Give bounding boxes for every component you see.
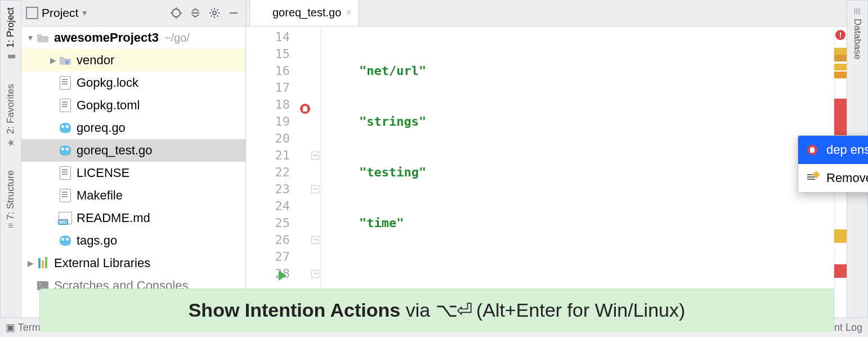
- error-bulb-icon: [806, 145, 818, 155]
- svg-line-13: [211, 16, 212, 17]
- file-icon: [59, 166, 72, 180]
- project-icon: [26, 7, 38, 19]
- stripe-mark[interactable]: [834, 112, 847, 119]
- star-icon: ★: [5, 138, 16, 149]
- stripe-mark[interactable]: [834, 48, 847, 55]
- folder-icon: [36, 31, 50, 45]
- svg-line-14: [217, 10, 218, 11]
- tree-item-tags[interactable]: tags.go: [21, 229, 245, 252]
- stripe-mark[interactable]: [834, 271, 847, 278]
- project-pane: Project ▼ ▼ awesomeProject3 ~/go/ ▶ V ve…: [21, 0, 246, 337]
- stripe-mark[interactable]: [834, 236, 847, 243]
- editor: goreq_test.go × 1415161718192021−2223−24…: [246, 0, 847, 337]
- intention-popup: dep ensure ▶ Remove dot import alias ▶: [798, 135, 868, 193]
- tree-item-goreq[interactable]: goreq.go: [21, 117, 245, 139]
- project-pane-header: Project ▼: [21, 0, 245, 26]
- stripe-mark[interactable]: [834, 126, 847, 132]
- libraries-icon: [36, 256, 50, 270]
- stripe-mark[interactable]: [834, 119, 847, 126]
- tree-item-readme[interactable]: README.md: [21, 207, 245, 229]
- collapse-icon[interactable]: [187, 5, 204, 21]
- svg-point-6: [213, 11, 216, 15]
- intention-item-label: Remove dot import alias: [826, 171, 868, 185]
- tree-item-gopkg-lock[interactable]: Gopkg.lock: [21, 72, 245, 94]
- tree-item-makefile[interactable]: Makefile: [21, 184, 245, 207]
- tree-root-hint: ~/go/: [164, 32, 190, 45]
- project-view-label: Project: [42, 6, 78, 20]
- tree-item-gopkg-toml[interactable]: Gopkg.toml: [21, 94, 245, 117]
- structure-icon: ≡: [8, 220, 14, 231]
- stripe-mark[interactable]: [834, 105, 847, 112]
- tree-item-license[interactable]: LICENSE: [21, 162, 245, 184]
- stripe-mark[interactable]: [834, 72, 847, 78]
- toolwindow-favorites[interactable]: ★2: Favorites: [5, 84, 16, 149]
- minimize-icon[interactable]: [225, 5, 242, 21]
- left-tool-strip: ▮1: Project ★2: Favorites ≡7: Structure: [0, 0, 21, 337]
- tree-item-goreq-test[interactable]: goreq_test.go: [21, 139, 245, 162]
- toolwindow-database[interactable]: ≣Database: [852, 7, 863, 60]
- go-file-icon: [59, 121, 72, 135]
- chevron-down-icon: ▼: [80, 8, 88, 17]
- disclosure-closed-icon[interactable]: ▶: [25, 259, 36, 268]
- banner-key-mac: ⌥⏎: [436, 299, 471, 321]
- stripe-mark[interactable]: [834, 64, 847, 70]
- file-icon: [59, 99, 72, 112]
- editor-tab-goreq-test[interactable]: goreq_test.go ×: [249, 0, 359, 26]
- toolwindow-structure[interactable]: ≡7: Structure: [5, 170, 16, 229]
- tree-item-label: vendor: [77, 53, 114, 68]
- file-icon: [59, 76, 72, 90]
- error-summary-icon[interactable]: !: [835, 30, 845, 40]
- close-tab-icon[interactable]: ×: [346, 7, 352, 19]
- svg-line-12: [217, 16, 218, 17]
- svg-point-0: [172, 9, 180, 17]
- toolwindow-project[interactable]: ▮1: Project: [5, 7, 16, 63]
- gear-icon[interactable]: [206, 5, 223, 21]
- svg-text:V: V: [65, 59, 69, 65]
- stripe-mark[interactable]: [834, 55, 847, 61]
- project-view-selector[interactable]: Project ▼: [26, 6, 88, 20]
- go-test-file-icon: [59, 144, 72, 157]
- editor-tabs: goreq_test.go ×: [246, 0, 847, 26]
- stripe-mark[interactable]: [834, 229, 847, 236]
- editor-tab-label: goreq_test.go: [272, 6, 341, 19]
- banner-title: Show Intention Actions: [189, 299, 401, 321]
- go-file-icon: [59, 234, 72, 247]
- svg-line-11: [211, 10, 212, 11]
- stripe-mark[interactable]: [834, 264, 847, 271]
- tree-external-libraries[interactable]: ▶External Libraries: [21, 252, 245, 274]
- intention-item-dep-ensure[interactable]: dep ensure ▶: [798, 136, 868, 164]
- disclosure-closed-icon[interactable]: ▶: [47, 56, 59, 65]
- folder-icon: ▮: [5, 51, 16, 63]
- hint-banner: Show Intention Actions via ⌥⏎ (Alt+Enter…: [39, 289, 834, 331]
- tree-root-label: awesomeProject3: [54, 30, 159, 45]
- tree-root[interactable]: ▼ awesomeProject3 ~/go/: [21, 26, 245, 49]
- markdown-file-icon: [59, 211, 72, 225]
- stripe-mark[interactable]: [834, 99, 847, 105]
- edit-icon: [806, 173, 818, 183]
- intention-item-remove-dot-import[interactable]: Remove dot import alias ▶: [798, 164, 868, 192]
- tree-item-vendor[interactable]: ▶ V vendor: [21, 49, 245, 72]
- locate-icon[interactable]: [168, 5, 185, 21]
- terminal-icon: ▣: [6, 322, 15, 333]
- vendor-folder-icon: V: [59, 54, 72, 67]
- database-icon: ≣: [852, 7, 863, 15]
- disclosure-open-icon[interactable]: ▼: [25, 33, 36, 42]
- file-icon: [59, 189, 72, 202]
- intention-item-label: dep ensure: [826, 143, 868, 157]
